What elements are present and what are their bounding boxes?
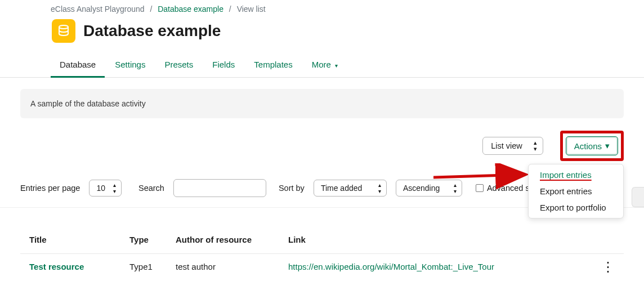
entries-table: Title Type Author of resource Link Test … (10, 228, 634, 271)
entries-per-page-select[interactable]: 10 ▴▾ (89, 180, 122, 197)
view-mode-label: List view (491, 141, 522, 150)
sort-icon: ▴▾ (454, 182, 457, 194)
row-menu-icon[interactable]: ⋮ (598, 265, 615, 269)
page-title: Database example (83, 22, 221, 40)
tab-more-label: More (312, 60, 331, 69)
row-title[interactable]: Test resource (29, 262, 129, 271)
tabs: Database Settings Presets Fields Templat… (0, 53, 644, 78)
actions-menu-export[interactable]: Export entries (529, 183, 623, 199)
actions-menu: Import entries Export entries Export to … (528, 164, 624, 218)
actions-menu-import[interactable]: Import entries (529, 167, 623, 183)
tab-database[interactable]: Database (59, 53, 97, 77)
view-mode-select[interactable]: List view ▴▾ (482, 137, 543, 155)
breadcrumb-root[interactable]: eClass Analyst Playground (51, 5, 145, 14)
actions-button[interactable]: Actions ▾ (566, 136, 618, 155)
actions-button-label: Actions (574, 141, 602, 151)
entries-per-page-label: Entries per page (20, 184, 80, 193)
activity-description: A sample of the database activity (20, 89, 624, 118)
database-icon (52, 19, 75, 43)
breadcrumb-mid[interactable]: Database example (158, 5, 223, 14)
checkbox-icon (476, 184, 484, 192)
th-type[interactable]: Type (129, 235, 176, 244)
tab-templates[interactable]: Templates (253, 53, 293, 77)
th-title[interactable]: Title (29, 235, 129, 244)
search-label: Search (138, 184, 164, 193)
breadcrumb: eClass Analyst Playground / Database exa… (0, 2, 644, 19)
sort-order-select[interactable]: Ascending ▴▾ (396, 180, 462, 197)
th-link[interactable]: Link (288, 235, 598, 244)
sort-by-value: Time added (321, 184, 362, 193)
sort-by-label: Sort by (279, 184, 305, 193)
tab-fields[interactable]: Fields (211, 53, 236, 77)
search-input[interactable] (173, 179, 266, 197)
actions-highlight-box: Actions ▾ (560, 131, 624, 161)
tab-settings[interactable]: Settings (114, 53, 146, 77)
sort-order-value: Ascending (403, 184, 440, 193)
sort-icon: ▴▾ (378, 182, 381, 194)
tab-presets[interactable]: Presets (163, 53, 194, 77)
chevron-down-icon: ▾ (335, 63, 338, 69)
row-link[interactable]: https://en.wikipedia.org/wiki/Mortal_Kom… (288, 262, 598, 271)
entries-per-page-value: 10 (96, 184, 105, 193)
save-settings-button-partial[interactable] (632, 187, 644, 207)
sort-by-select[interactable]: Time added ▴▾ (314, 180, 387, 197)
th-author[interactable]: Author of resource (176, 235, 288, 244)
breadcrumb-current: View list (237, 5, 266, 14)
table-row: Test resource Type1 test author https://… (20, 254, 624, 271)
svg-point-0 (59, 25, 68, 29)
sort-icon: ▴▾ (534, 140, 537, 152)
row-author: test author (176, 262, 288, 271)
row-type: Type1 (129, 262, 176, 271)
chevron-down-icon: ▾ (605, 141, 610, 151)
tab-more[interactable]: More ▾ (311, 53, 339, 77)
sort-icon: ▴▾ (113, 182, 116, 194)
actions-menu-portfolio[interactable]: Export to portfolio (529, 199, 623, 216)
